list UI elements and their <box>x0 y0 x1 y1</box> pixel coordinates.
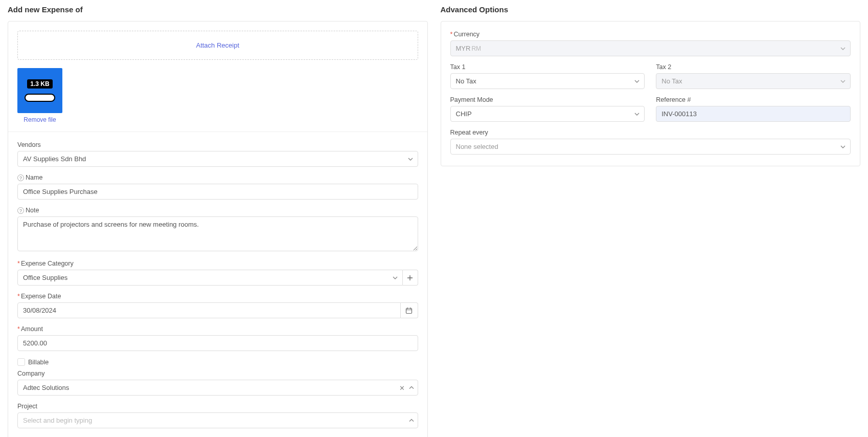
plus-icon <box>407 275 413 281</box>
receipt-thumbnail[interactable]: 1.3 KB <box>17 68 62 113</box>
thumbnail-preview-shape <box>25 94 55 102</box>
amount-label: *Amount <box>17 325 418 333</box>
tax2-select[interactable]: No Tax <box>656 73 851 89</box>
category-select[interactable]: Office Supplies <box>17 270 403 286</box>
repeat-label: Repeat every <box>450 129 851 136</box>
vendors-label: Vendors <box>17 141 418 148</box>
tax1-label: Tax 1 <box>450 63 645 71</box>
payment-mode-label: Payment Mode <box>450 96 645 103</box>
calendar-icon <box>405 307 413 314</box>
reference-input[interactable] <box>656 106 851 122</box>
required-star: * <box>17 325 20 333</box>
payment-mode-select[interactable]: CHIP <box>450 106 645 122</box>
project-select[interactable] <box>17 412 418 428</box>
attach-receipt-link[interactable]: Attach Receipt <box>196 41 239 49</box>
advanced-options-title: Advanced Options <box>441 5 861 14</box>
note-textarea[interactable]: Purchase of projectors and screens for n… <box>17 216 418 251</box>
reference-label: Reference # <box>656 96 851 103</box>
currency-select[interactable]: MYRRM <box>450 40 851 56</box>
note-label: ?Note <box>17 207 418 214</box>
page-title: Add new Expense of <box>8 5 428 14</box>
tax2-label: Tax 2 <box>656 63 851 71</box>
name-input[interactable] <box>17 184 418 200</box>
billable-label: Billable <box>28 359 49 366</box>
remove-file-link[interactable]: Remove file <box>24 116 56 123</box>
help-icon: ? <box>17 174 24 181</box>
clear-company-button[interactable]: ✕ <box>399 384 405 391</box>
project-label: Project <box>17 403 418 410</box>
date-label: *Expense Date <box>17 293 418 300</box>
add-category-button[interactable] <box>403 270 418 286</box>
amount-input[interactable] <box>17 335 418 351</box>
name-label: ?Name <box>17 174 418 181</box>
required-star: * <box>17 293 20 300</box>
vendors-select[interactable]: AV Supplies Sdn Bhd <box>17 151 418 167</box>
company-select[interactable]: Adtec Solutions <box>17 380 418 396</box>
calendar-button[interactable] <box>401 302 418 318</box>
category-label: *Expense Category <box>17 260 418 267</box>
currency-label: *Currency <box>450 31 851 38</box>
help-icon: ? <box>17 207 24 214</box>
date-input[interactable] <box>17 302 401 318</box>
company-label: Company <box>17 370 418 377</box>
required-star: * <box>450 31 453 38</box>
chevron-up-icon <box>409 417 414 424</box>
file-size-badge: 1.3 KB <box>27 79 52 89</box>
attach-receipt-dropzone[interactable]: Attach Receipt <box>17 31 418 60</box>
tax1-select[interactable]: No Tax <box>450 73 645 89</box>
svg-rect-0 <box>406 308 412 313</box>
required-star: * <box>17 260 20 267</box>
repeat-select[interactable]: None selected <box>450 139 851 155</box>
chevron-up-icon <box>409 384 414 391</box>
billable-checkbox[interactable] <box>17 358 25 366</box>
